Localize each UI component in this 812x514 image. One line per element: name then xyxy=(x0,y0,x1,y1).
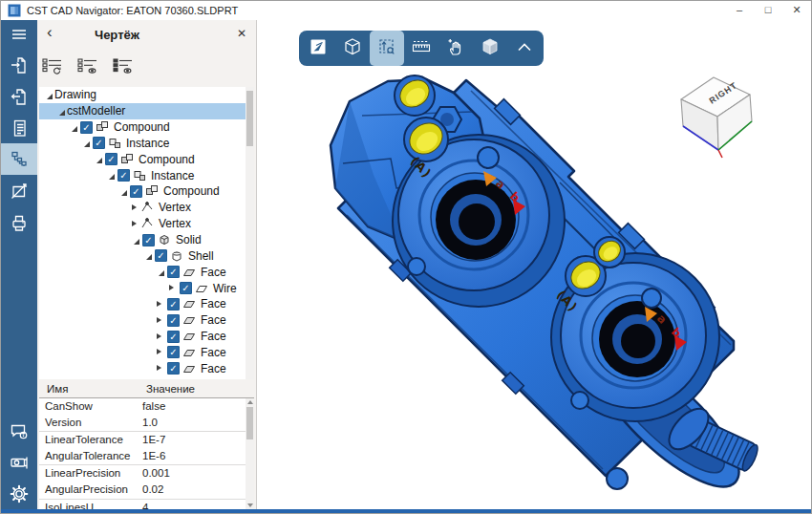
tree-item-label: Vertex xyxy=(158,201,191,214)
report-button[interactable] xyxy=(1,112,37,143)
system-info-button[interactable] xyxy=(1,446,37,478)
properties-scrollbar[interactable] xyxy=(246,398,254,509)
settings-button[interactable] xyxy=(1,478,37,509)
tree-item-instance[interactable]: Instance xyxy=(39,167,254,183)
tree-item-wire[interactable]: Wire xyxy=(39,280,254,296)
reload-tree-button[interactable] xyxy=(41,56,64,75)
feedback-button[interactable] xyxy=(1,415,37,446)
tree-item-face[interactable]: Face xyxy=(39,312,254,329)
tree-checkbox[interactable] xyxy=(167,266,180,278)
export-file-button[interactable] xyxy=(1,80,37,112)
property-name-header: Имя xyxy=(47,383,68,395)
tree-expander-icon[interactable] xyxy=(142,250,153,261)
shell-icon xyxy=(170,249,185,263)
tree-checkbox[interactable] xyxy=(130,185,142,198)
property-row[interactable]: AngularPrecision0.02 xyxy=(39,482,246,499)
tree-checkbox[interactable] xyxy=(142,234,155,246)
tree-item-drawing[interactable]: Drawing xyxy=(39,87,254,103)
scroll-up-icon[interactable] xyxy=(247,400,253,404)
tree-expander-icon[interactable] xyxy=(155,267,165,277)
property-row[interactable]: Version1.0 xyxy=(39,415,246,432)
property-row[interactable]: LinearTolerance1E-7 xyxy=(39,432,246,448)
import-file-button[interactable] xyxy=(1,49,37,80)
scroll-down-icon[interactable] xyxy=(247,503,253,507)
property-value: 4 xyxy=(142,502,148,509)
maximize-button[interactable]: □ xyxy=(754,1,782,20)
hide-all-button[interactable] xyxy=(76,56,99,75)
tree-expander-icon[interactable] xyxy=(155,299,165,310)
close-button[interactable]: ✕ xyxy=(782,1,811,20)
tree-item-shell[interactable]: Shell xyxy=(39,247,254,264)
minimize-button[interactable]: – xyxy=(725,1,754,20)
panel-close-icon[interactable]: ✕ xyxy=(237,27,246,40)
tree-checkbox[interactable] xyxy=(80,121,93,134)
model-tree-button[interactable] xyxy=(1,143,37,175)
tree-item-instance[interactable]: Instance xyxy=(39,136,254,152)
tree-item-vertex[interactable]: Vertex xyxy=(39,200,254,216)
tree-expander-icon[interactable] xyxy=(155,347,165,357)
settings-icon xyxy=(9,483,30,504)
tree-item-cstmodeller[interactable]: cstModeller xyxy=(39,103,254,119)
app-icon xyxy=(8,4,21,17)
tree-checkbox[interactable] xyxy=(93,137,105,149)
tree-item-face[interactable]: Face xyxy=(39,360,254,376)
tree-expander-icon[interactable] xyxy=(130,235,140,246)
tree-expander-icon[interactable] xyxy=(93,154,103,164)
tree-item-vertex[interactable]: Vertex xyxy=(39,216,254,232)
tree-item-label: Compound xyxy=(138,153,195,166)
tree-expander-icon[interactable] xyxy=(167,283,178,293)
tree-item-compound[interactable]: Compound xyxy=(39,119,254,136)
model-tree: DrawingcstModellerCompoundInstanceCompou… xyxy=(39,87,254,379)
window-titlebar: CST CAD Navigator: EATON 70360.SLDPRT – … xyxy=(1,1,811,20)
menu-button[interactable] xyxy=(1,20,37,49)
property-row[interactable]: AngularTolerance1E-6 xyxy=(39,448,246,465)
tree-expander-icon[interactable] xyxy=(130,219,140,229)
tree-item-compound[interactable]: Compound xyxy=(39,183,254,200)
window-bottom-border xyxy=(1,509,811,513)
tree-item-solid[interactable]: Solid xyxy=(39,232,254,248)
tree-item-compound[interactable]: Compound xyxy=(39,151,254,167)
import-file-icon xyxy=(9,54,30,75)
tree-expander-icon[interactable] xyxy=(43,90,53,100)
tree-checkbox[interactable] xyxy=(167,346,180,358)
tree-expander-icon[interactable] xyxy=(80,138,91,148)
tree-expander-icon[interactable] xyxy=(155,315,165,326)
tree-scrollbar[interactable] xyxy=(246,87,254,379)
model-canvas[interactable]: (A) (A) a b a b xyxy=(257,20,812,511)
tree-item-label: Face xyxy=(200,313,226,327)
tree-checkbox[interactable] xyxy=(167,298,180,311)
tree-expander-icon[interactable] xyxy=(55,106,66,117)
tree-checkbox[interactable] xyxy=(105,153,118,165)
tree-item-label: Solid xyxy=(175,233,202,246)
tree-item-face[interactable]: Face xyxy=(39,296,254,312)
tree-expander-icon[interactable] xyxy=(105,170,116,181)
print-button[interactable] xyxy=(1,206,37,238)
measure-button[interactable] xyxy=(1,175,37,206)
tree-checkbox[interactable] xyxy=(167,331,180,343)
properties-scrollbar-thumb[interactable] xyxy=(246,407,253,439)
tree-expander-icon[interactable] xyxy=(130,203,140,213)
main-sidebar xyxy=(1,20,37,509)
model-tree-icon xyxy=(9,149,30,170)
tree-item-label: Face xyxy=(200,266,226,279)
tree-checkbox[interactable] xyxy=(180,282,192,294)
tree-checkbox[interactable] xyxy=(155,249,167,262)
tree-item-face[interactable]: Face xyxy=(39,329,254,345)
property-value: 1E-7 xyxy=(142,434,165,445)
property-row[interactable]: IsoLinesU4 xyxy=(39,500,246,509)
compound-icon xyxy=(120,153,136,166)
tree-scrollbar-thumb[interactable] xyxy=(246,91,253,146)
tree-item-face[interactable]: Face xyxy=(39,345,254,361)
property-row[interactable]: LinearPrecision0.001 xyxy=(39,465,246,482)
tree-expander-icon[interactable] xyxy=(68,122,78,133)
show-all-button[interactable] xyxy=(112,56,135,75)
tree-expander-icon[interactable] xyxy=(155,363,165,374)
tree-checkbox[interactable] xyxy=(167,362,180,375)
back-icon[interactable]: ‹ xyxy=(47,23,53,42)
tree-item-face[interactable]: Face xyxy=(39,264,254,280)
tree-expander-icon[interactable] xyxy=(118,186,128,197)
tree-checkbox[interactable] xyxy=(118,169,130,182)
tree-checkbox[interactable] xyxy=(167,314,180,327)
property-row[interactable]: CanShowfalse xyxy=(39,398,246,415)
tree-expander-icon[interactable] xyxy=(155,332,165,342)
